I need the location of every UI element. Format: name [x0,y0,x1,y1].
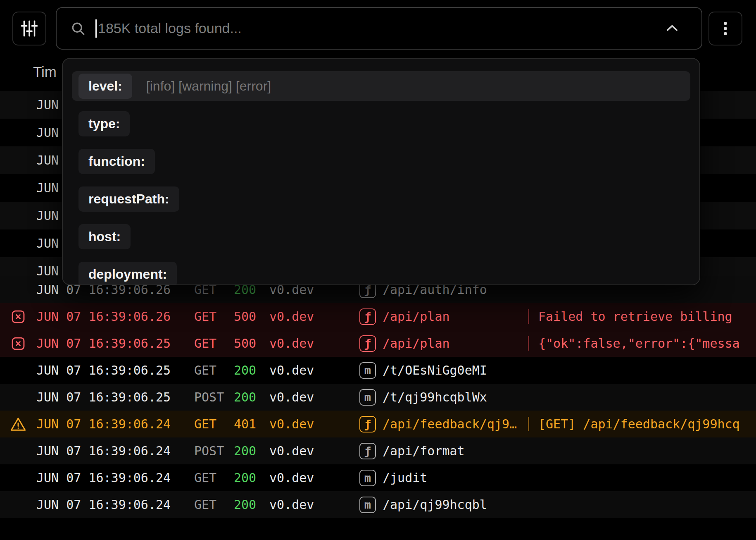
log-status: 500 [234,336,269,351]
log-status: 200 [234,390,269,404]
log-time: JUN 07 16:39:06.24 [36,417,194,431]
log-status: 200 [234,471,269,485]
log-path: /t/OEsNiGg0eMI [383,363,527,378]
time-column-header: Tim [33,64,57,80]
function-icon: ƒ [359,308,376,325]
log-row[interactable]: JUN 07 16:39:06.24 GET 401 v0.dev ƒ /api… [0,411,756,437]
log-path: /api/plan [383,309,527,324]
log-host: v0.dev [269,417,359,431]
log-path: /t/qj99hcqblWx [383,390,527,404]
log-status: 500 [234,309,269,324]
menu-button[interactable] [708,12,742,45]
log-status: 200 [234,363,269,378]
log-message: Failed to retrieve billing [528,309,756,324]
log-time: JUN 07 16:39:06.25 [36,390,194,404]
suggestion-row[interactable]: function: [72,146,690,176]
function-icon: ƒ [359,416,376,432]
search-input[interactable]: 185K total logs found... [56,7,702,50]
kebab-menu-icon [717,20,734,37]
log-time: JUN 07 16:39:06.26 [36,309,194,324]
log-method: GET [194,417,234,431]
log-time: JUN 07 16:39:06.25 [36,336,194,351]
log-method: POST [194,444,234,458]
log-time: JUN 07 16:39:06.24 [36,497,194,512]
log-row[interactable]: JUN 07 16:39:06.24 GET 200 v0.dev m /jud… [0,464,756,491]
log-method: POST [194,390,234,404]
log-time: JUN 07 16:39:06.25 [36,363,194,378]
search-icon [71,21,86,36]
log-method: GET [194,336,234,351]
function-icon: ƒ [359,443,376,459]
suggestion-row[interactable]: deployment: [72,259,690,285]
log-method: GET [194,363,234,378]
log-row[interactable]: JUN 07 16:39:06.25 POST 200 v0.dev m /t/… [0,384,756,411]
log-status: 200 [234,497,269,512]
log-row[interactable]: JUN 07 16:39:06.25 GET 200 v0.dev m /t/O… [0,357,756,384]
log-path: /api/qj99hcqbl [383,497,527,512]
log-host: v0.dev [269,309,359,324]
suggestion-keyword[interactable]: type: [78,111,130,136]
chevron-up-icon[interactable] [664,21,680,36]
log-row[interactable]: JUN 07 16:39:06.26 GET 500 v0.dev ƒ /api… [0,303,756,330]
log-row[interactable]: JUN 07 16:39:06.24 POST 200 v0.dev ƒ /ap… [0,437,756,464]
log-path: /api/plan [383,336,527,351]
warning-triangle-icon [0,416,36,432]
error-x-square-icon [0,309,36,325]
log-path: /judit [383,471,527,485]
log-row[interactable]: JUN 07 16:39:06.25 GET 500 v0.dev ƒ /api… [0,330,756,357]
middleware-icon: m [359,389,376,406]
log-host: v0.dev [269,497,359,512]
log-time: JUN 07 16:39:06.24 [36,471,194,485]
middleware-icon: m [359,497,376,513]
search-placeholder: 185K total logs found... [98,20,242,36]
filter-button[interactable] [12,12,46,45]
suggestion-keyword[interactable]: deployment: [78,262,177,286]
log-time: JUN 07 16:39:06.24 [36,444,194,458]
suggestion-keyword[interactable]: level: [78,74,132,99]
log-status: 401 [234,417,269,431]
log-list: JUN 07 16:39:06.26 GET 200 v0.dev ƒ /api… [0,276,756,518]
function-icon: ƒ [359,335,376,352]
suggestion-keyword[interactable]: host: [78,224,131,249]
suggestion-row[interactable]: type: [72,109,690,139]
suggestion-row[interactable]: level: [info] [warning] [error] [72,71,690,101]
middleware-icon: m [359,362,376,379]
suggestion-hint: [info] [warning] [error] [146,79,271,94]
sliders-icon [20,19,39,38]
log-host: v0.dev [269,471,359,485]
middleware-icon: m [359,470,376,486]
log-method: GET [194,309,234,324]
log-host: v0.dev [269,336,359,351]
search-suggestions: level: [info] [warning] [error] type: fu… [62,58,700,285]
log-host: v0.dev [269,363,359,378]
suggestion-row[interactable]: host: [72,222,690,251]
log-host: v0.dev [269,390,359,404]
error-x-square-icon [0,336,36,351]
text-cursor [95,19,97,38]
log-host: v0.dev [269,444,359,458]
log-method: GET [194,497,234,512]
log-message: [GET] /api/feedback/qj99hcq [528,417,756,431]
log-path: /api/feedback/qj9… [383,417,527,431]
suggestion-keyword[interactable]: function: [78,149,155,174]
log-path: /api/format [383,444,527,458]
log-row[interactable]: JUN 07 16:39:06.24 GET 200 v0.dev m /api… [0,491,756,518]
log-message: {"ok":false,"error":{"messa [528,336,756,351]
log-status: 200 [234,444,269,458]
suggestion-keyword[interactable]: requestPath: [78,186,179,212]
suggestion-row[interactable]: requestPath: [72,184,690,214]
log-method: GET [194,471,234,485]
